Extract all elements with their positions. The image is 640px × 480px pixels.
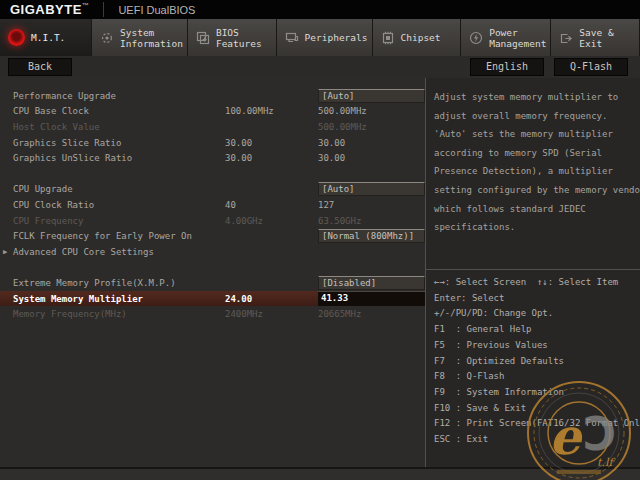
setting-target-value: 30.00: [318, 138, 425, 148]
help-line: specifications.: [434, 218, 640, 237]
tab-power-management[interactable]: Power Management: [461, 19, 551, 56]
setting-option-box[interactable]: [Auto]: [318, 182, 425, 196]
help-line: Presence Detection), a multiplier: [434, 162, 640, 181]
tab-system-information[interactable]: System Information: [92, 19, 188, 56]
side-panel: Adjust system memory multiplier toadjust…: [425, 78, 640, 467]
key-hint: F7 : Optimized Defaults: [434, 354, 640, 370]
setting-target-value: 500.00MHz: [318, 122, 425, 132]
help-line: adjust overall memory frequency.: [434, 107, 640, 126]
main-area: Performance Upgrade[Auto]CPU Base Clock1…: [0, 78, 640, 467]
red-dot-icon: [8, 29, 25, 46]
tab-bar: M.I.T.System InformationBIOS FeaturesPer…: [0, 19, 640, 56]
setting-current-value: 2400MHz: [225, 309, 318, 319]
setting-label: CPU Frequency: [13, 216, 225, 226]
help-line: which follows standard JEDEC: [434, 200, 640, 219]
setting-label: Advanced CPU Core Settings: [13, 247, 225, 257]
row-spacer: [0, 166, 425, 182]
tab-label: Chipset: [401, 32, 441, 43]
key-hint: F12 : Print Screen(FAT16/32 Format Only): [434, 416, 640, 432]
setting-option-box[interactable]: [Auto]: [318, 89, 425, 103]
setting-current-value: 30.00: [225, 153, 318, 163]
setting-option-box[interactable]: [Disabled]: [318, 276, 425, 290]
setting-label: Performance Upgrade: [13, 91, 225, 101]
language-button[interactable]: English: [470, 58, 544, 76]
tab-label: Save & Exit: [579, 27, 635, 49]
settings-row[interactable]: Host Clock Value500.00MHz: [0, 119, 425, 135]
setting-current-value: 40: [225, 200, 318, 210]
settings-row[interactable]: Memory Frequency(MHz)2400MHz20665MHz: [0, 306, 425, 322]
sub-bar-right: English Q-Flash: [470, 58, 628, 76]
settings-row[interactable]: CPU Frequency4.00GHz63.50GHz: [0, 213, 425, 229]
settings-row[interactable]: Graphics Slice Ratio30.0030.00: [0, 135, 425, 151]
tab-chipset[interactable]: Chipset: [373, 19, 462, 56]
help-line: setting configured by the memory vendor: [434, 181, 640, 200]
setting-target-value: 500.00MHz: [318, 106, 425, 116]
key-hint: +/-/PU/PD: Change Opt.: [434, 306, 640, 322]
help-line: Adjust system memory multiplier to: [434, 88, 640, 107]
tab-save-exit[interactable]: Save & Exit: [551, 19, 640, 56]
setting-target-value: 127: [318, 200, 425, 210]
title-bar: GIGABYTE™ UEFI DualBIOS: [0, 0, 640, 19]
tab-bios-features[interactable]: BIOS Features: [188, 19, 277, 56]
key-hint: F8 : Q-Flash: [434, 369, 640, 385]
settings-row[interactable]: CPU Upgrade[Auto]: [0, 182, 425, 198]
key-hint: Enter: Select: [434, 291, 640, 307]
setting-edit-box[interactable]: 41.33: [318, 291, 425, 306]
settings-row[interactable]: FCLK Frequency for Early Power On[Normal…: [0, 228, 425, 244]
help-panel: Adjust system memory multiplier toadjust…: [426, 78, 640, 270]
setting-current-value: 30.00: [225, 138, 318, 148]
setting-label: CPU Base Clock: [13, 106, 225, 116]
tab-label: Peripherals: [305, 32, 368, 43]
settings-row[interactable]: System Memory Multiplier24.0041.33: [0, 291, 425, 307]
peripheral-icon: [285, 31, 299, 45]
key-legend: ←→: Select Screen ↑↓: Select ItemEnter: …: [426, 270, 640, 448]
tab-mit[interactable]: M.I.T.: [0, 19, 92, 56]
help-line: according to memory SPD (Serial: [434, 144, 640, 163]
settings-row[interactable]: CPU Base Clock100.00MHz500.00MHz: [0, 104, 425, 120]
setting-label: System Memory Multiplier: [13, 294, 225, 304]
back-button[interactable]: Back: [8, 58, 72, 76]
qflash-button[interactable]: Q-Flash: [554, 58, 628, 76]
key-hint: F10 : Save & Exit: [434, 401, 640, 417]
exit-icon: [559, 31, 573, 45]
setting-label: CPU Upgrade: [13, 184, 225, 194]
tab-label: System Information: [120, 27, 183, 49]
chip-plus-icon: [196, 31, 210, 45]
bios-screen: GIGABYTE™ UEFI DualBIOS M.I.T.System Inf…: [0, 0, 640, 480]
settings-list: Performance Upgrade[Auto]CPU Base Clock1…: [0, 78, 425, 467]
tab-label: M.I.T.: [31, 32, 65, 43]
setting-current-value: 4.00GHz: [225, 216, 318, 226]
row-spacer: [0, 260, 425, 276]
sub-bar: Back English Q-Flash: [0, 56, 640, 78]
bottom-bar: [0, 467, 640, 480]
setting-label: CPU Clock Ratio: [13, 200, 225, 210]
setting-current-value: 100.00MHz: [225, 106, 318, 116]
key-hint: F1 : General Help: [434, 322, 640, 338]
setting-option-box[interactable]: [Normal (800Mhz)]: [318, 229, 425, 243]
tab-peripherals[interactable]: Peripherals: [277, 19, 373, 56]
setting-label: Graphics UnSlice Ratio: [13, 153, 225, 163]
settings-row[interactable]: Graphics UnSlice Ratio30.0030.00: [0, 150, 425, 166]
key-hint: F5 : Previous Values: [434, 338, 640, 354]
setting-label: Memory Frequency(MHz): [13, 309, 225, 319]
settings-row[interactable]: Performance Upgrade[Auto]: [0, 88, 425, 104]
chipset-icon: [381, 31, 395, 45]
setting-current-value: 24.00: [225, 294, 318, 304]
settings-row[interactable]: Extreme Memory Profile(X.M.P.)[Disabled]: [0, 275, 425, 291]
help-line: 'Auto' sets the memory multiplier: [434, 125, 640, 144]
power-icon: [469, 31, 483, 45]
product-title: UEFI DualBIOS: [104, 4, 195, 16]
gear-icon: [100, 31, 114, 45]
setting-label: Host Clock Value: [13, 122, 225, 132]
tab-label: BIOS Features: [216, 27, 262, 49]
settings-row[interactable]: CPU Clock Ratio40127: [0, 197, 425, 213]
setting-target-value: 20665MHz: [318, 309, 425, 319]
key-hint: ←→: Select Screen ↑↓: Select Item: [434, 275, 640, 291]
submenu-arrow-icon: ▶: [3, 248, 7, 256]
key-hint: F9 : System Information: [434, 385, 640, 401]
setting-label: Graphics Slice Ratio: [13, 138, 225, 148]
setting-target-value: 30.00: [318, 153, 425, 163]
settings-row[interactable]: ▶Advanced CPU Core Settings: [0, 244, 425, 260]
trademark-symbol: ™: [82, 2, 90, 9]
setting-label: Extreme Memory Profile(X.M.P.): [13, 278, 225, 288]
